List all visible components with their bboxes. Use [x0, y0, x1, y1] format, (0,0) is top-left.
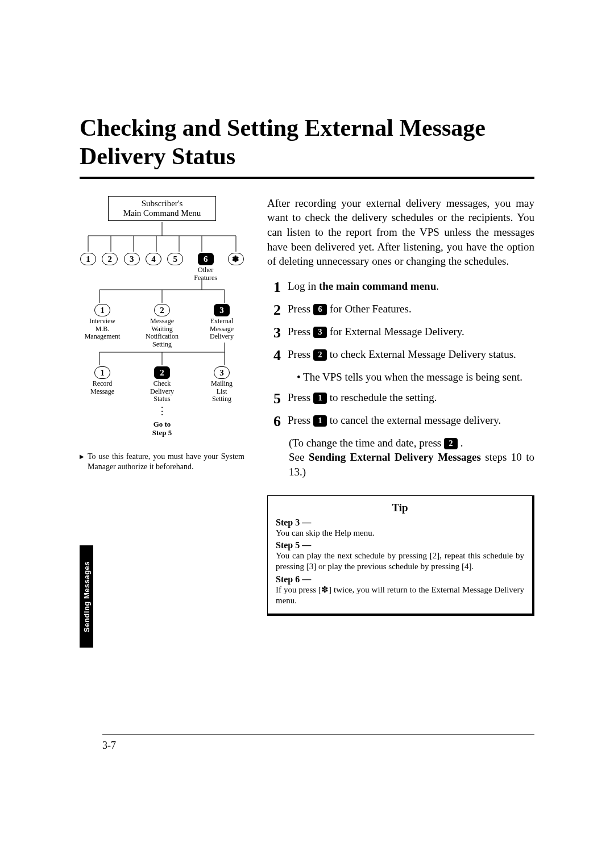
step-3-pre: Press — [288, 326, 313, 337]
tip-step3-h: Step 3 — — [276, 518, 524, 528]
key-6: 6 — [198, 253, 214, 265]
step-num-3: 3 — [267, 324, 281, 341]
key-4: 4 — [146, 253, 161, 265]
sub6b-bold: Sending External Delivery Messages — [309, 451, 481, 463]
row2-label-2: Message Waiting Notification Setting — [139, 318, 185, 349]
step-2-pre: Press — [288, 303, 313, 315]
step-1-post: . — [436, 280, 439, 292]
step-5-post: to reschedule the setting. — [327, 391, 437, 403]
step-6-post: to cancel the external message delivery. — [327, 414, 501, 426]
row3-key-3: 3 — [214, 366, 230, 379]
step-4-body: Press 2 to check External Message Delive… — [288, 347, 534, 362]
authorization-note: ▶ To use this feature, you must have you… — [80, 452, 244, 472]
goto-step5: Go to Step 5 — [139, 420, 185, 437]
tip-step5-t: You can play the next schedule by pressi… — [276, 550, 524, 572]
subscriber-menu-box: Subscriber's Main Command Menu — [108, 196, 216, 221]
row2-key-1: 1 — [94, 304, 110, 316]
keypad-1b-icon: 1 — [313, 415, 327, 427]
triangle-bullet-icon: ▶ — [80, 452, 84, 472]
keypad-6-icon: 6 — [313, 304, 327, 315]
tip-step6-h: Step 6 — — [276, 574, 524, 585]
sub6b-pre: See — [289, 451, 309, 463]
footer-rule — [102, 734, 534, 735]
step-6-body: Press 1 to cancel the external message d… — [288, 413, 534, 428]
page-title: Checking and Setting External Message De… — [80, 114, 534, 179]
note-text: To use this feature, you must have your … — [88, 452, 244, 472]
step-1-body: Log in the main command menu. — [288, 279, 534, 294]
row3-key-1: 1 — [94, 366, 110, 379]
row3-label-1: Record Message — [80, 380, 125, 396]
step-num-2: 2 — [267, 302, 281, 319]
row2-key-3: 3 — [214, 304, 230, 316]
step-6-pre: Press — [288, 414, 313, 426]
other-features-label: Other Features — [189, 266, 223, 282]
row3-label-3: Mailing List Setting — [199, 380, 244, 403]
keypad-3-icon: 3 — [313, 327, 327, 338]
tip-box: Tip Step 3 — You can skip the Help menu.… — [267, 495, 534, 616]
step-num-4: 4 — [267, 347, 281, 364]
step-num-1: 1 — [267, 279, 281, 296]
key-star: ✽ — [228, 253, 244, 265]
step-2-post: for Other Features. — [327, 303, 412, 315]
row2-key-2: 2 — [154, 304, 170, 316]
section-tab: Sending Messages — [80, 545, 93, 648]
sub6a-pre: (To change the time and date, press — [289, 437, 444, 449]
step-4-post: to check External Message Delivery statu… — [327, 348, 516, 360]
step-1-pre: Log in — [288, 280, 319, 292]
key-3: 3 — [124, 253, 140, 265]
step-4-pre: Press — [288, 348, 313, 360]
step-2-body: Press 6 for Other Features. — [288, 302, 534, 316]
keypad-2b-icon: 2 — [444, 438, 458, 449]
row3-label-2: Check Delivery Status — [139, 380, 185, 403]
step-6-sub-a: (To change the time and date, press 2 . … — [289, 436, 534, 479]
tip-title: Tip — [276, 502, 524, 514]
step-5-body: Press 1 to reschedule the setting. — [288, 390, 534, 405]
step-3-body: Press 3 for External Message Delivery. — [288, 324, 534, 339]
step-1-bold: the main command menu — [319, 280, 436, 292]
tip-step6-t: If you press [✽] twice, you will return … — [276, 585, 524, 606]
intro-text: After recording your external delivery m… — [267, 196, 534, 269]
ellipsis-icon: ··· — [139, 406, 185, 417]
tip-step5-h: Step 5 — — [276, 540, 524, 550]
key-5: 5 — [167, 253, 183, 265]
menu-box-line2: Main Command Menu — [112, 208, 212, 218]
key-2: 2 — [102, 253, 118, 265]
key-1: 1 — [80, 253, 96, 265]
keypad-1a-icon: 1 — [313, 393, 327, 404]
row2-label-3: External Message Delivery — [199, 318, 244, 341]
step-5-pre: Press — [288, 391, 313, 403]
step-num-6: 6 — [267, 413, 281, 430]
step-4-sub: • The VPS tells you when the message is … — [297, 370, 534, 385]
step-num-5: 5 — [267, 390, 281, 407]
keypad-2-icon: 2 — [313, 349, 327, 361]
page-number: 3-7 — [102, 740, 116, 752]
row2-label-1: Interview M.B. Management — [80, 318, 125, 341]
step-3-post: for External Message Delivery. — [327, 326, 464, 337]
tip-step3-t: You can skip the Help menu. — [276, 528, 524, 539]
menu-box-line1: Subscriber's — [112, 199, 212, 208]
row3-key-2: 2 — [154, 366, 170, 379]
menu-tree-diagram: Subscriber's Main Command Menu 1 2 3 4 5… — [80, 196, 244, 440]
sub6a-post: . — [458, 437, 463, 449]
